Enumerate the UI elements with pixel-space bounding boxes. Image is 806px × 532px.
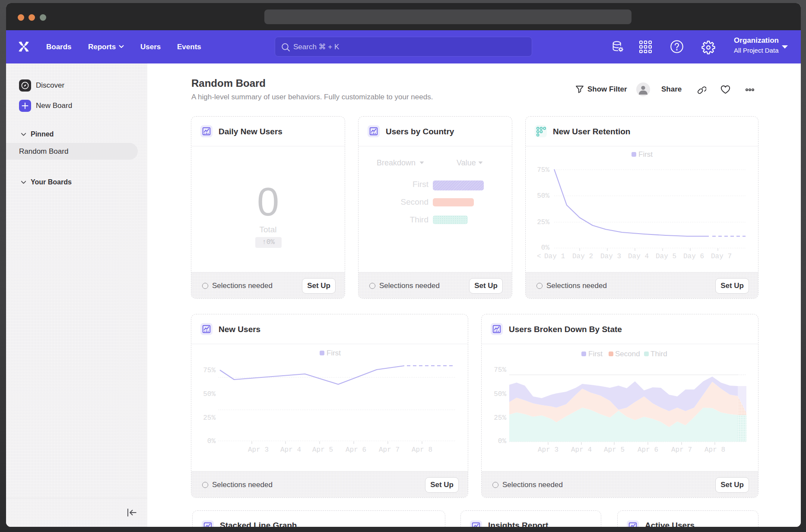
- svg-text:Apr 3: Apr 3: [248, 446, 269, 454]
- svg-text:25%: 25%: [537, 218, 549, 226]
- svg-text:First: First: [588, 350, 603, 358]
- svg-text:Apr 5: Apr 5: [312, 446, 333, 454]
- svg-text:0%: 0%: [207, 437, 216, 445]
- svg-text:0%: 0%: [541, 244, 550, 252]
- svg-text:25%: 25%: [203, 414, 216, 422]
- svg-text:Day 3: Day 3: [600, 253, 621, 260]
- svg-text:Apr 8: Apr 8: [412, 446, 432, 454]
- svg-text:75%: 75%: [494, 366, 506, 374]
- svg-text:Day 1: Day 1: [544, 253, 565, 260]
- svg-text:75%: 75%: [537, 166, 549, 174]
- svg-text:Day 6: Day 6: [683, 253, 704, 260]
- svg-text:Day 7: Day 7: [711, 253, 732, 260]
- svg-text:<: <: [537, 253, 541, 260]
- svg-text:Apr 6: Apr 6: [638, 446, 658, 454]
- svg-text:Apr 3: Apr 3: [538, 446, 558, 454]
- svg-text:50%: 50%: [203, 390, 216, 398]
- svg-text:0%: 0%: [498, 437, 507, 445]
- svg-text:Day 2: Day 2: [572, 253, 593, 260]
- svg-text:First: First: [327, 349, 341, 357]
- svg-text:Apr 5: Apr 5: [604, 446, 625, 454]
- svg-text:50%: 50%: [494, 390, 506, 398]
- svg-text:First: First: [638, 150, 653, 158]
- svg-text:50%: 50%: [537, 192, 549, 200]
- svg-text:Apr 4: Apr 4: [571, 446, 592, 454]
- svg-text:Apr 7: Apr 7: [671, 446, 692, 454]
- svg-text:Second: Second: [615, 350, 640, 358]
- svg-text:Apr 4: Apr 4: [280, 446, 301, 454]
- svg-text:Apr 6: Apr 6: [346, 446, 366, 454]
- svg-text:Third: Third: [651, 350, 667, 358]
- svg-text:75%: 75%: [203, 367, 216, 374]
- svg-text:25%: 25%: [494, 414, 506, 422]
- svg-text:Apr 7: Apr 7: [379, 446, 400, 454]
- svg-text:Apr 8: Apr 8: [704, 446, 725, 454]
- svg-text:Day 4: Day 4: [628, 253, 649, 260]
- svg-text:Day 5: Day 5: [656, 253, 676, 260]
